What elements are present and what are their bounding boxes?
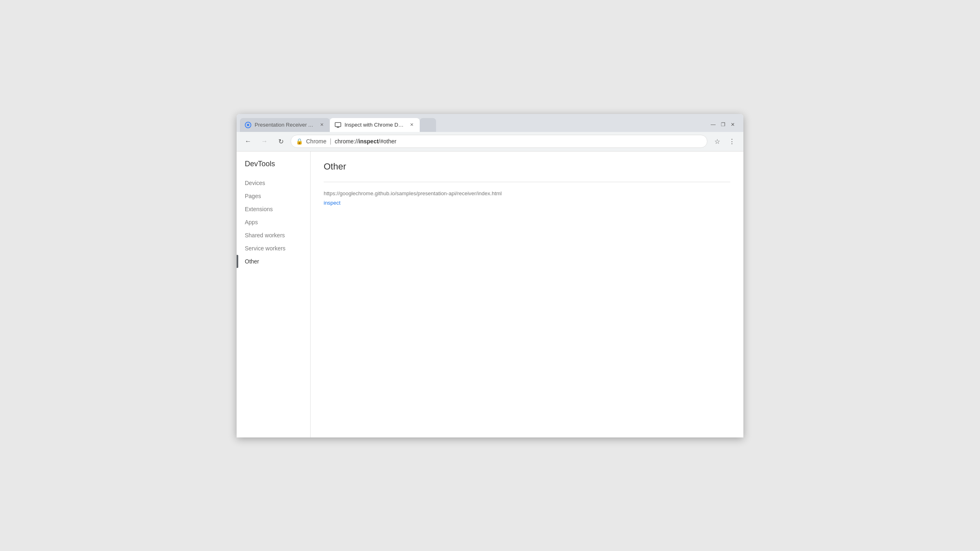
sidebar: DevTools Devices Pages Extensions Apps S… [237, 152, 310, 437]
reload-icon: ↻ [278, 138, 284, 145]
sidebar-item-pages[interactable]: Pages [237, 190, 310, 203]
page-title: Other [324, 161, 730, 172]
main-content: DevTools Devices Pages Extensions Apps S… [237, 152, 743, 437]
svg-rect-2 [335, 123, 341, 127]
window-controls: — ❐ ✕ [709, 120, 737, 132]
svg-point-1 [247, 124, 249, 126]
sidebar-item-extensions-label: Extensions [245, 206, 273, 212]
inspect-link[interactable]: inspect [324, 200, 340, 206]
sidebar-item-apps-label: Apps [245, 219, 258, 225]
address-path: chrome://inspect/#other [335, 138, 396, 145]
content-divider [324, 182, 730, 182]
tab-empty[interactable] [420, 118, 436, 132]
back-icon: ← [245, 138, 251, 145]
forward-button[interactable]: → [258, 135, 271, 148]
presentation-tab-icon [245, 122, 251, 128]
menu-icon: ⋮ [729, 138, 735, 145]
sidebar-item-other[interactable]: Other [237, 255, 310, 268]
sidebar-item-shared-workers[interactable]: Shared workers [237, 229, 310, 242]
sidebar-item-pages-label: Pages [245, 193, 261, 199]
title-bar: Presentation Receiver A… ✕ Inspect with … [237, 114, 743, 132]
address-path-bold: inspect [358, 138, 378, 145]
nav-actions: ☆ ⋮ [711, 135, 738, 148]
minimize-button[interactable]: — [709, 120, 717, 129]
reload-button[interactable]: ↻ [274, 135, 287, 148]
inspect-tab-icon [335, 122, 341, 128]
address-bar[interactable]: 🔒 Chrome | chrome://inspect/#other [291, 135, 707, 148]
tabs-row: Presentation Receiver A… ✕ Inspect with … [240, 118, 709, 132]
security-icon: 🔒 [296, 138, 303, 145]
tab-inspect[interactable]: Inspect with Chrome Dev… ✕ [330, 118, 420, 132]
address-path-rest: /#other [378, 138, 396, 145]
sidebar-item-devices[interactable]: Devices [237, 176, 310, 190]
menu-button[interactable]: ⋮ [725, 135, 738, 148]
sidebar-item-other-label: Other [245, 258, 259, 265]
presentation-tab-close[interactable]: ✕ [318, 122, 325, 128]
bookmark-icon: ☆ [714, 138, 720, 145]
sidebar-item-service-workers[interactable]: Service workers [237, 242, 310, 255]
sidebar-item-extensions[interactable]: Extensions [237, 203, 310, 216]
bookmark-button[interactable]: ☆ [711, 135, 724, 148]
back-button[interactable]: ← [242, 135, 255, 148]
sidebar-item-devices-label: Devices [245, 180, 265, 186]
nav-bar: ← → ↻ 🔒 Chrome | chrome://inspect/#other… [237, 132, 743, 152]
presentation-tab-title: Presentation Receiver A… [255, 122, 315, 128]
sidebar-item-service-workers-label: Service workers [245, 245, 286, 252]
inspect-tab-title: Inspect with Chrome Dev… [345, 122, 405, 128]
page-content: Other https://googlechrome.github.io/sam… [310, 152, 743, 437]
item-url: https://googlechrome.github.io/samples/p… [324, 190, 730, 196]
address-protocol: chrome:// [335, 138, 358, 145]
browser-window: Presentation Receiver A… ✕ Inspect with … [237, 114, 743, 437]
tab-presentation[interactable]: Presentation Receiver A… ✕ [240, 118, 330, 132]
sidebar-item-shared-workers-label: Shared workers [245, 232, 285, 239]
sidebar-title: DevTools [237, 160, 310, 176]
maximize-button[interactable]: ❐ [719, 120, 727, 129]
address-origin: Chrome [306, 138, 327, 145]
close-button[interactable]: ✕ [729, 120, 737, 129]
address-separator: | [330, 138, 331, 145]
inspect-tab-close[interactable]: ✕ [408, 122, 415, 128]
forward-icon: → [261, 138, 268, 145]
sidebar-item-apps[interactable]: Apps [237, 216, 310, 229]
